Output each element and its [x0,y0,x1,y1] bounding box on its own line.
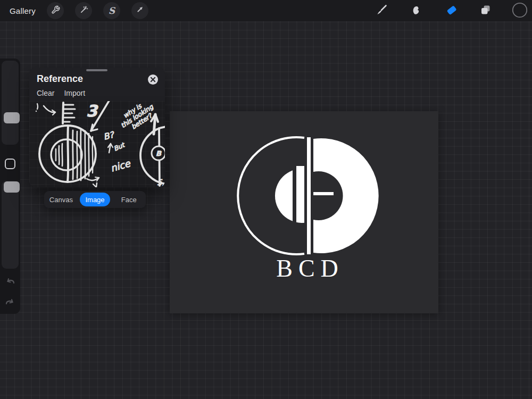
tab-canvas[interactable]: Canvas [46,193,77,206]
layers-button[interactable] [479,4,493,18]
wrench-icon [51,5,60,16]
sketch-b-question: B? [102,129,115,142]
tab-image[interactable]: Image [80,193,111,206]
modify-button[interactable] [5,159,15,169]
panel-actions: Clear Import [37,89,85,97]
sketch-but: But [113,141,127,153]
brush-icon [375,4,388,19]
magic-wand-icon [79,5,88,16]
clear-button[interactable]: Clear [37,89,54,97]
redo-button[interactable] [4,296,16,309]
brush-size-handle[interactable] [4,112,20,123]
paint-button[interactable] [375,4,388,18]
smudge-icon [410,4,423,19]
panel-title: Reference [37,73,83,85]
top-toolbar: Gallery S [0,0,532,21]
adjustments-button[interactable] [75,2,92,19]
selection-s-icon: S [109,6,115,15]
import-button[interactable]: Import [64,89,85,97]
undo-icon [4,280,16,289]
sketch-nice: nice [109,157,132,174]
brush-opacity-handle[interactable] [4,181,20,193]
close-button[interactable] [148,74,158,85]
logo-artwork: BCD [170,111,438,313]
undo-button[interactable] [4,275,16,288]
reference-image[interactable]: 3 why is this look [29,101,165,187]
color-button[interactable] [512,3,528,19]
close-icon [150,75,156,85]
sketch-five: 5, [157,178,164,187]
eraser-icon [445,3,459,19]
brush-size-slider[interactable] [2,61,19,145]
transform-arrow-icon [135,5,145,16]
color-circle-icon [512,2,528,20]
reference-source-tabs: Canvas Image Face [44,191,146,208]
procreate-screen: Gallery S [0,0,532,399]
erase-button[interactable] [445,4,459,18]
drawing-canvas[interactable]: BCD [170,111,438,313]
sketch-number-3: 3 [86,102,98,120]
logo-wordmark: BCD [276,255,344,282]
reference-sketch: 3 why is this look [29,101,165,187]
tab-face[interactable]: Face [113,193,144,206]
panel-drag-handle[interactable] [86,69,107,71]
redo-icon [4,301,16,310]
selection-button[interactable]: S [103,2,120,19]
reference-panel: Reference Clear Import [29,68,165,187]
actions-button[interactable] [47,2,64,19]
sketch-b-in-circle: B [156,149,162,157]
layers-icon [479,4,492,19]
brush-sidebar [0,59,20,314]
smudge-button[interactable] [410,4,423,18]
transform-button[interactable] [131,2,148,19]
gallery-button[interactable]: Gallery [10,6,36,15]
brush-opacity-slider[interactable] [2,181,19,269]
